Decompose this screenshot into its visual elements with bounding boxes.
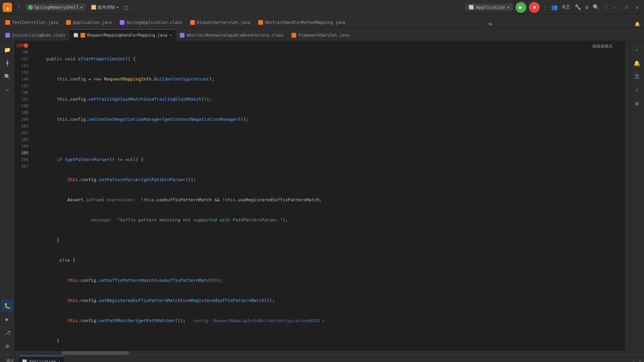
tools-icon[interactable]: 🔧 xyxy=(575,4,581,10)
bottom-panel: 调试 🔄 Application ✕ ⋮ — 线程和变量 控制台 🔄 Actua… xyxy=(0,355,644,362)
minimize-button[interactable]: — xyxy=(611,3,620,11)
code-line-199: else { xyxy=(33,257,625,264)
tab-abstractautowire[interactable]: AbstractAutowireCapableBeanFactory.class xyxy=(176,29,287,41)
sidebar-icon-git[interactable]: ⎇ xyxy=(1,326,13,339)
editor-notifications[interactable]: 🔔 xyxy=(632,20,643,28)
app-tab-close[interactable]: ✕ xyxy=(58,360,60,362)
code-line-193 xyxy=(33,136,625,143)
translate-icon[interactable]: A文 xyxy=(562,4,571,11)
app-menu-dots[interactable]: ⋮ xyxy=(15,3,23,12)
editor-scrollbar[interactable] xyxy=(625,41,629,351)
tabs-overflow[interactable]: ≫ xyxy=(485,20,495,28)
sidebar-icon-folder[interactable]: 📁 xyxy=(1,44,13,56)
tab-icon-java xyxy=(258,20,263,25)
tab-requestmappinghandlermapping[interactable]: 🔄 RequestMappingHandlerMapping.java ✕ xyxy=(69,29,176,41)
line-number: 193 xyxy=(15,69,31,76)
sidebar-icon-search[interactable]: 🔍 xyxy=(1,70,13,83)
code-line-196: Assert.isTrue( expression: !this.useSuff… xyxy=(33,197,625,203)
tab-application[interactable]: Application.java xyxy=(62,16,116,28)
line-number: 200 xyxy=(15,116,31,123)
right-icon-vcs[interactable]: ✗ xyxy=(631,84,643,96)
run-config[interactable]: 🔄 Application ▾ xyxy=(465,4,513,11)
search-everywhere-icon[interactable]: □ xyxy=(124,4,128,11)
top-bar: 🔥 ⋮ SpringMemoryShell ▾ 🔀 版本控制 ▾ □ 🔄 App… xyxy=(0,0,644,15)
tab-label: Application.java xyxy=(73,20,112,25)
code-content: 189🔴 190 191 192 193 194 195 196 197 198… xyxy=(15,41,629,351)
code-line-190: this.config = new RequestMappingInfo.Bui… xyxy=(33,76,625,83)
bottom-more-icon[interactable]: ⋮ xyxy=(632,359,636,362)
search-icon[interactable]: 🔍 xyxy=(593,4,599,10)
line-number: 198 xyxy=(15,103,31,109)
bottom-minimize-icon[interactable]: — xyxy=(639,359,641,362)
tab-label: TestController.java xyxy=(12,20,58,25)
right-icon-notification[interactable]: 🔔 xyxy=(631,57,643,69)
sidebar-icon-debug[interactable]: 🐛 xyxy=(1,300,13,312)
right-icon-translate[interactable]: 文 xyxy=(631,70,643,83)
tab-icon-java xyxy=(291,33,296,38)
svg-point-0 xyxy=(6,62,8,64)
line-number: 189🔴 xyxy=(15,42,31,49)
code-editor: 阅读器模式 189🔴 190 191 192 193 194 195 196 1… xyxy=(15,41,629,355)
code-line-189: public void afterPropertiesSet() { xyxy=(33,56,625,62)
tab-testcontroller[interactable]: TestController.java xyxy=(1,16,62,28)
code-line-203: } xyxy=(33,338,625,344)
tab-dispatcherservlet[interactable]: DispatcherServlet.java xyxy=(186,16,254,28)
left-sidebar: 📁 🔍 ⋯ 🐛 ▶ ⎇ ⚙ xyxy=(0,41,15,355)
tab-debug[interactable]: 调试 xyxy=(3,356,17,362)
run-button[interactable]: ▶ xyxy=(516,2,526,13)
plugins-icon[interactable]: ⚙ xyxy=(585,4,589,10)
vcs-control[interactable]: 🔀 版本控制 ▾ xyxy=(88,3,122,11)
code-lines[interactable]: public void afterPropertiesSet() { this.… xyxy=(33,41,625,351)
vcs-icon: 🔀 xyxy=(91,5,96,10)
tab-application[interactable]: 🔄 Application ✕ xyxy=(19,356,64,362)
run-config-icon: 🔄 xyxy=(469,5,474,10)
line-number: 206 xyxy=(15,156,31,163)
tab-label: RequestMappingHandlerMapping.java xyxy=(87,33,167,38)
code-line-200: this.config.setSuffixPatternMatch(useSuf… xyxy=(33,277,625,284)
sidebar-icon-run[interactable]: ▶ xyxy=(1,313,13,325)
close-button[interactable]: ✕ xyxy=(633,3,641,11)
line-number: 190 xyxy=(15,49,31,56)
tab-label: FrameworkServlet.java xyxy=(298,33,349,38)
project-name[interactable]: SpringMemoryShell ▾ xyxy=(25,4,86,11)
collaboration-icon[interactable]: 👥 xyxy=(551,4,558,10)
right-icon-checkmark[interactable]: ✓ xyxy=(631,44,643,56)
tab-initializingbean[interactable]: InitializingBean.class xyxy=(1,29,69,41)
tab-icon-java xyxy=(190,20,195,25)
tab-label: SpringApplication.class xyxy=(126,20,182,25)
right-sidebar: ✓ 🔔 文 ✗ ⊞ xyxy=(629,41,644,355)
maximize-button[interactable]: ❐ xyxy=(622,3,630,11)
sidebar-icon-more[interactable]: ⋯ xyxy=(1,84,13,96)
stop-button[interactable]: ■ xyxy=(529,2,540,13)
sidebar-icon-commit[interactable] xyxy=(1,57,13,69)
reader-mode-button[interactable]: 阅读器模式 xyxy=(592,44,612,49)
project-dropdown-icon: ▾ xyxy=(80,5,83,10)
tab-abstracthandler[interactable]: AbstractHandlerMethodMapping.java xyxy=(254,16,349,28)
sidebar-icon-settings[interactable]: ⚙ xyxy=(1,340,13,352)
vcs-dropdown-icon: ▾ xyxy=(116,5,119,10)
more-run-options[interactable]: ⋮ xyxy=(542,4,548,11)
line-number: 197 xyxy=(15,96,31,103)
tab-close-button[interactable]: ✕ xyxy=(170,33,172,37)
line-number-active: 205 xyxy=(15,150,31,156)
settings-icon[interactable]: ⋮ xyxy=(603,4,609,10)
line-number: 195 xyxy=(15,83,31,89)
toolbar-icons: 👥 A文 🔧 ⚙ 🔍 ⋮ xyxy=(551,4,608,11)
code-line-197: message: "Suffix pattern matching not su… xyxy=(33,217,625,223)
line-number: 199 xyxy=(15,109,31,116)
debug-tab-label: 调试 xyxy=(6,358,14,362)
line-number: 203 xyxy=(15,136,31,143)
tab-label: AbstractAutowireCapableBeanFactory.class xyxy=(186,33,283,38)
tab-icon-java xyxy=(80,33,85,38)
line-number: 196 xyxy=(15,89,31,96)
project-name-label: SpringMemoryShell xyxy=(34,5,79,10)
tab-icon-java xyxy=(66,20,71,25)
right-icon-editor-layout[interactable]: ⊞ xyxy=(631,97,643,109)
tab-frameworkservlet[interactable]: FrameworkServlet.java xyxy=(287,29,353,41)
tab-springapplication[interactable]: SpringApplication.class xyxy=(116,16,186,28)
code-line-191: this.config.setTrailingSlashMatch(useTra… xyxy=(33,96,625,103)
tab-icon-class xyxy=(180,33,184,38)
horizontal-scrollbar[interactable] xyxy=(15,351,629,355)
bottom-tab-actions: ⋮ — xyxy=(632,359,641,362)
line-number: 192 xyxy=(15,62,31,69)
